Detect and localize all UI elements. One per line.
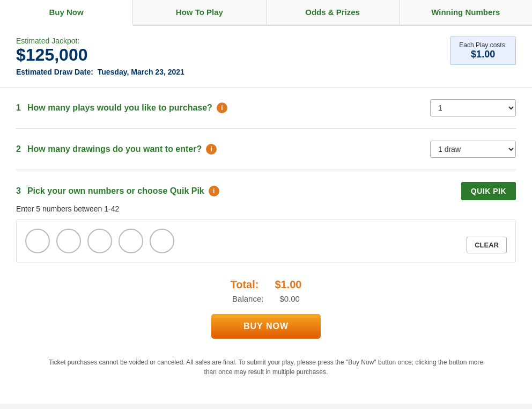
section3-info-icon[interactable]: i <box>209 186 219 196</box>
clear-button[interactable]: CLEAR <box>467 237 507 253</box>
tab-how-to-play[interactable]: How To Play <box>133 0 266 25</box>
section-drawings: 2 How many drawings do you want to enter… <box>16 129 516 170</box>
section-numbers: 3 Pick your own numbers or choose Quik P… <box>16 170 516 262</box>
section2-title: 2 How many drawings do you want to enter… <box>16 144 217 155</box>
play-cost-value: $1.00 <box>459 49 507 60</box>
tab-buy-now[interactable]: Buy Now <box>0 0 133 26</box>
section2-number: 2 <box>16 144 21 154</box>
play-cost-box: Each Play costs: $1.00 <box>450 36 516 65</box>
section1-header: 1 How many plays would you like to purch… <box>16 99 516 116</box>
jackpot-label: Estimated Jackpot: <box>16 36 184 45</box>
jackpot-section: Estimated Jackpot: $125,000 Estimated Dr… <box>16 36 516 76</box>
total-label: Total: <box>230 279 258 291</box>
ball-3[interactable] <box>87 229 112 253</box>
tab-winning-numbers[interactable]: Winning Numbers <box>400 0 532 25</box>
section2-title-text: How many drawings do you want to enter? <box>27 144 202 154</box>
total-section: Total: $1.00 Balance: $0.00 BUY NOW <box>16 262 516 349</box>
section3-title: 3 Pick your own numbers or choose Quik P… <box>16 186 219 196</box>
ball-2[interactable] <box>56 229 81 253</box>
main-container: Buy Now How To Play Odds & Prizes Winnin… <box>0 0 532 404</box>
section1-title-text: How many plays would you like to purchas… <box>27 103 212 113</box>
balls-area: CLEAR <box>16 220 516 262</box>
drawings-select[interactable]: 1 draw 2 draws 3 draws 4 draws 5 draws <box>430 141 516 158</box>
content-area: Estimated Jackpot: $125,000 Estimated Dr… <box>0 26 532 404</box>
buy-now-button[interactable]: BUY NOW <box>211 314 321 339</box>
section1-title: 1 How many plays would you like to purch… <box>16 103 227 113</box>
section1-number: 1 <box>16 103 21 113</box>
section1-info-icon[interactable]: i <box>217 103 227 113</box>
jackpot-info: Estimated Jackpot: $125,000 Estimated Dr… <box>16 36 184 76</box>
section3-header: 3 Pick your own numbers or choose Quik P… <box>16 182 516 200</box>
ball-1[interactable] <box>25 229 50 253</box>
balance-label: Balance: <box>232 294 263 303</box>
balance-row: Balance: $0.00 <box>232 294 300 303</box>
disclaimer-text: Ticket purchases cannot be voided or can… <box>16 349 516 393</box>
tab-odds-prizes[interactable]: Odds & Prizes <box>267 0 400 25</box>
draw-date: Estimated Draw Date: Tuesday, March 23, … <box>16 68 184 76</box>
draw-date-value: Tuesday, March 23, 2021 <box>98 68 184 76</box>
section2-header: 2 How many drawings do you want to enter… <box>16 141 516 158</box>
plays-select[interactable]: 1 2 3 4 5 <box>430 99 516 116</box>
section3-subtitle: Enter 5 numbers between 1-42 <box>16 204 516 213</box>
section2-info-icon[interactable]: i <box>206 144 217 155</box>
balance-value: $0.00 <box>279 294 300 303</box>
tab-bar: Buy Now How To Play Odds & Prizes Winnin… <box>0 0 532 26</box>
ball-5[interactable] <box>150 229 174 253</box>
jackpot-amount: $125,000 <box>16 45 184 65</box>
section-plays: 1 How many plays would you like to purch… <box>16 87 516 129</box>
section3-number: 3 <box>16 186 21 196</box>
quik-pik-button[interactable]: QUIK PIK <box>461 182 516 200</box>
total-value: $1.00 <box>275 279 301 291</box>
play-cost-label: Each Play costs: <box>459 41 507 49</box>
total-row: Total: $1.00 <box>230 279 301 291</box>
draw-date-label: Estimated Draw Date: <box>16 68 93 76</box>
ball-4[interactable] <box>119 229 143 253</box>
section3-title-text: Pick your own numbers or choose Quik Pik <box>27 186 204 196</box>
balls-row <box>25 229 174 253</box>
